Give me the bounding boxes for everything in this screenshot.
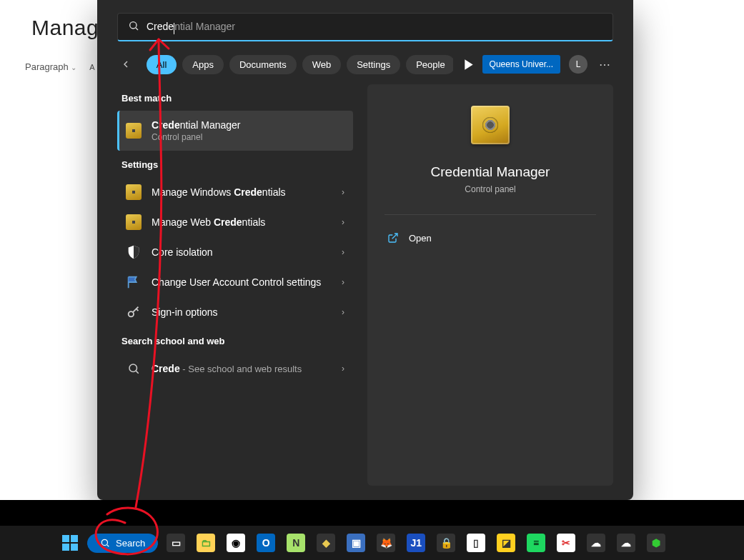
svg-line-7 [107, 545, 109, 547]
settings-result[interactable]: Change User Account Control settings› [117, 267, 353, 297]
settings-result-title: Sign-in options [152, 306, 332, 318]
best-match-result[interactable]: Credential Manager Control panel [117, 111, 353, 151]
windows-logo-icon [62, 535, 78, 551]
chevron-right-icon: › [342, 217, 344, 227]
taskbar-app-note[interactable]: ◪ [492, 529, 520, 556]
filter-pill-apps[interactable]: Apps [182, 55, 224, 74]
filter-scroll-right[interactable] [459, 54, 477, 74]
taskbar-app-outlook[interactable]: O [252, 529, 279, 556]
taskbar-app-sticky[interactable]: ◆ [312, 529, 339, 556]
chevron-right-icon: › [342, 364, 344, 374]
filter-pills: AllAppsDocumentsWebSettingsPeopleFo [147, 55, 453, 74]
section-web: Search school and web [121, 336, 353, 346]
back-button[interactable] [117, 54, 135, 74]
chevron-right-icon: › [342, 247, 344, 257]
search-input[interactable]: Credential Manager [117, 13, 613, 41]
result-detail-panel: Credential Manager Control panel Open [367, 84, 613, 486]
search-icon [128, 20, 139, 34]
taskbar-app-steam1[interactable]: ☁ [582, 529, 610, 556]
settings-result[interactable]: Core isolation› [117, 237, 353, 267]
web-result-title: Crede - See school and web results [152, 363, 332, 374]
taskbar-app-spotify[interactable]: ≡ [522, 529, 550, 556]
background-ribbon: Paragraph ⌄ A [25, 61, 95, 72]
taskbar-app-j1[interactable]: J1 [402, 529, 430, 556]
best-match-subtitle: Control panel [152, 132, 344, 142]
svg-point-0 [130, 21, 137, 28]
section-best-match: Best match [121, 93, 353, 104]
section-settings: Settings [121, 159, 353, 170]
user-avatar[interactable]: L [569, 55, 587, 74]
web-result[interactable]: Crede - See school and web results › [117, 354, 353, 384]
taskbar-app-task-view[interactable]: ▭ [162, 529, 189, 556]
divider [385, 214, 596, 215]
start-button[interactable] [57, 530, 83, 556]
settings-result-title: Manage Web Credentials [152, 216, 332, 228]
key-icon [126, 304, 142, 320]
open-action[interactable]: Open [385, 226, 596, 249]
settings-result[interactable]: Manage Windows Credentials› [117, 177, 353, 207]
search-icon [126, 361, 142, 376]
taskbar-search-label: Search [116, 538, 145, 549]
taskbar-app-firefox[interactable]: 🦊 [372, 529, 400, 556]
dark-band [0, 500, 744, 526]
settings-result-title: Change User Account Control settings [152, 276, 332, 288]
taskbar-app-notepadpp[interactable]: N [282, 529, 309, 556]
svg-line-4 [136, 371, 138, 373]
detail-title: Credential Manager [431, 164, 550, 180]
taskbar-app-chrome[interactable]: ◉ [222, 529, 249, 556]
start-menu-panel: Credential Manager AllAppsDocumentsWebSe… [97, 0, 633, 500]
svg-line-5 [392, 234, 397, 239]
vault-icon [126, 184, 142, 200]
taskbar-app-tool1[interactable]: ▣ [342, 529, 369, 556]
more-options[interactable]: ⋯ [596, 55, 613, 74]
filter-pill-web[interactable]: Web [302, 55, 342, 74]
filter-pill-people[interactable]: People [406, 55, 453, 74]
vault-icon [471, 106, 510, 144]
taskbar-app-tree[interactable]: ⬢ [643, 529, 670, 556]
vault-icon [126, 214, 142, 230]
chevron-right-icon: › [342, 307, 344, 317]
chevron-right-icon: › [342, 187, 344, 197]
taskbar-app-lock-app[interactable]: 🔒 [432, 529, 460, 556]
filter-pill-documents[interactable]: Documents [229, 55, 297, 74]
svg-point-6 [101, 539, 107, 545]
taskbar-app-steam2[interactable]: ☁ [612, 529, 640, 556]
filter-pill-settings[interactable]: Settings [347, 55, 400, 74]
taskbar-app-file-explorer[interactable]: 🗀 [192, 529, 219, 556]
open-label: Open [409, 233, 432, 244]
organization-badge[interactable]: Queens Univer... [482, 55, 560, 74]
detail-subtitle: Control panel [465, 184, 515, 194]
settings-result[interactable]: Sign-in options› [117, 297, 353, 327]
svg-point-3 [129, 364, 137, 372]
taskbar-search-button[interactable]: Search [87, 534, 158, 553]
flag-icon [126, 274, 142, 290]
filter-pill-all[interactable]: All [147, 55, 177, 74]
best-match-title: Credential Manager [152, 119, 344, 131]
settings-result[interactable]: Manage Web Credentials› [117, 207, 353, 237]
results-column: Best match Credential Manager Control pa… [117, 84, 353, 486]
chevron-right-icon: › [342, 277, 344, 287]
search-text: Credential Manager [147, 21, 235, 32]
vault-icon [126, 123, 142, 139]
svg-line-1 [136, 28, 138, 30]
taskbar-app-snip[interactable]: ✂ [552, 529, 580, 556]
taskbar-app-doc[interactable]: ▯ [462, 529, 490, 556]
filter-row: AllAppsDocumentsWebSettingsPeopleFo Quee… [97, 41, 633, 84]
taskbar: Search ▭🗀◉ON◆▣🦊J1🔒▯◪≡✂☁☁⬢ [0, 526, 744, 560]
settings-result-title: Manage Windows Credentials [152, 186, 332, 198]
shield-icon [126, 244, 142, 260]
settings-result-title: Core isolation [152, 246, 332, 258]
